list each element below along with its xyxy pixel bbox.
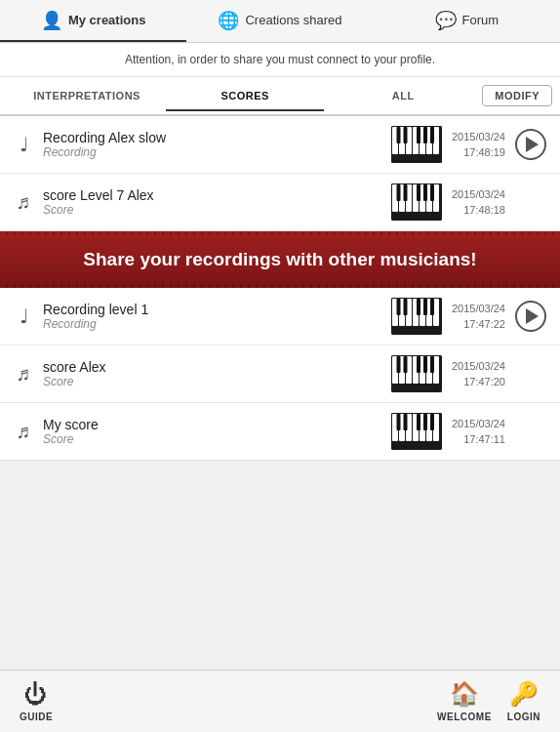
play-button[interactable]	[515, 129, 546, 160]
recording-icon: ♩	[14, 305, 33, 328]
svg-rect-50	[423, 356, 427, 373]
list-item: ♬ score Alex Score 2015/03	[0, 346, 560, 403]
promo-banner: Share your recordings with other musicia…	[0, 231, 560, 288]
chat-icon: 💬	[435, 10, 457, 31]
nav-tab-forum-label: Forum	[462, 13, 500, 27]
svg-rect-62	[417, 414, 420, 430]
item-subtitle: Score	[43, 432, 381, 446]
play-button[interactable]	[515, 301, 546, 332]
modify-button[interactable]: MODIFY	[482, 85, 552, 106]
list-item: ♬ score Level 7 Alex Score	[0, 174, 560, 231]
svg-rect-11	[423, 127, 427, 143]
item-datetime: 2015/03/24 17:48:19	[452, 129, 505, 161]
item-title: My score	[43, 417, 381, 432]
list-item: ♬ My score Score 2015/03/2	[0, 403, 560, 461]
svg-rect-48	[403, 356, 407, 373]
list-item: ♩ Recording Alex slow Recording	[0, 116, 560, 174]
item-datetime: 2015/03/24 17:47:11	[452, 416, 505, 448]
item-title: score Alex	[43, 359, 381, 375]
items-list: ♩ Recording Alex slow Recording	[0, 116, 560, 461]
item-subtitle: Score	[43, 375, 381, 388]
item-title: Recording level 1	[43, 302, 381, 317]
attention-text: Attention, in order to share you must co…	[125, 53, 435, 66]
item-thumbnail	[391, 126, 442, 163]
item-thumbnail	[391, 298, 442, 335]
svg-rect-8	[396, 127, 400, 143]
play-triangle-icon	[526, 308, 539, 324]
svg-rect-9	[403, 127, 407, 143]
item-thumbnail	[391, 355, 442, 392]
bottom-navigation: ⏻ GUIDE 🏠 WELCOME 🔑 LOGIN	[0, 670, 560, 732]
list-item: ♩ Recording level 1 Recording	[0, 288, 560, 346]
filter-tab-scores[interactable]: SCORES	[166, 82, 324, 111]
svg-rect-36	[417, 299, 420, 315]
guide-label: GUIDE	[20, 712, 53, 722]
welcome-label: WELCOME	[437, 712, 492, 722]
welcome-button[interactable]: 🏠 WELCOME	[437, 680, 492, 722]
login-label: LOGIN	[507, 712, 540, 722]
svg-rect-47	[396, 356, 400, 373]
svg-rect-51	[430, 356, 434, 373]
play-triangle-icon	[526, 137, 539, 152]
svg-rect-63	[423, 414, 427, 430]
attention-banner: Attention, in order to share you must co…	[0, 43, 560, 77]
login-button[interactable]: 🔑 LOGIN	[507, 680, 540, 722]
filter-tab-interpretations[interactable]: INTERPRETATIONS	[8, 82, 166, 111]
item-subtitle: Recording	[43, 145, 381, 159]
nav-tab-creations-shared-label: Creations shared	[245, 13, 341, 27]
svg-rect-24	[423, 184, 427, 201]
home-icon: 🏠	[450, 680, 479, 708]
svg-rect-12	[430, 127, 434, 143]
score-icon: ♬	[14, 363, 33, 386]
svg-rect-25	[430, 184, 434, 201]
filter-tabs: INTERPRETATIONS SCORES ALL MODIFY	[0, 77, 560, 116]
item-subtitle: Score	[43, 203, 381, 217]
item-info: Recording Alex slow Recording	[43, 130, 381, 159]
key-icon: 🔑	[509, 680, 539, 708]
item-thumbnail	[391, 183, 442, 221]
power-icon: ⏻	[24, 680, 48, 708]
item-info: score Level 7 Alex Score	[43, 187, 381, 217]
item-title: Recording Alex slow	[43, 130, 381, 145]
svg-rect-60	[396, 414, 400, 430]
score-icon: ♬	[14, 191, 33, 214]
globe-icon: 🌐	[218, 10, 239, 31]
recording-icon: ♩	[14, 133, 33, 156]
item-info: My score Score	[43, 417, 381, 446]
item-datetime: 2015/03/24 17:47:20	[452, 358, 505, 390]
user-icon: 👤	[41, 10, 62, 31]
item-datetime: 2015/03/24 17:48:18	[452, 186, 505, 219]
svg-rect-10	[417, 127, 420, 143]
svg-rect-61	[403, 414, 407, 430]
item-thumbnail	[391, 413, 442, 450]
item-datetime: 2015/03/24 17:47:22	[452, 301, 505, 333]
guide-button[interactable]: ⏻ GUIDE	[20, 680, 53, 722]
top-navigation: 👤 My creations 🌐 Creations shared 💬 Foru…	[0, 0, 560, 43]
svg-rect-35	[403, 299, 407, 315]
nav-tab-my-creations-label: My creations	[68, 13, 145, 27]
nav-tab-creations-shared[interactable]: 🌐 Creations shared	[186, 0, 373, 42]
svg-rect-64	[430, 414, 434, 430]
svg-rect-37	[423, 299, 427, 315]
item-info: Recording level 1 Recording	[43, 302, 381, 331]
item-subtitle: Recording	[43, 317, 381, 331]
filter-tab-all[interactable]: ALL	[324, 82, 482, 111]
promo-text: Share your recordings with other musicia…	[83, 249, 476, 269]
svg-rect-34	[396, 299, 400, 315]
svg-rect-23	[417, 184, 420, 201]
svg-rect-21	[396, 184, 400, 201]
svg-rect-38	[430, 299, 434, 315]
nav-tab-forum[interactable]: 💬 Forum	[374, 0, 560, 42]
nav-tab-my-creations[interactable]: 👤 My creations	[0, 0, 186, 42]
svg-rect-22	[403, 184, 407, 201]
item-title: score Level 7 Alex	[43, 187, 381, 203]
svg-rect-49	[417, 356, 420, 373]
score-icon: ♬	[14, 421, 33, 443]
item-info: score Alex Score	[43, 359, 381, 388]
